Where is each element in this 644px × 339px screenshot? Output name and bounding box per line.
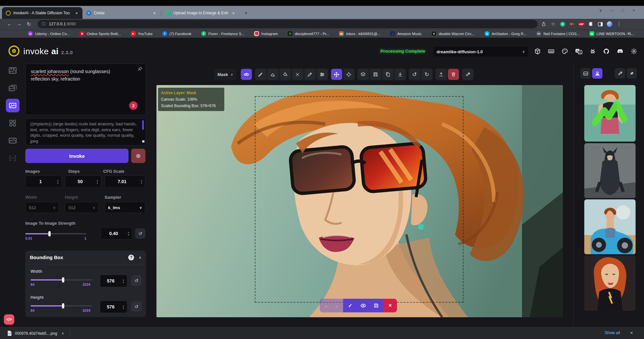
window-chevron-icon[interactable]: ∨: [599, 8, 602, 13]
bookmark-neil-fontaine[interactable]: coNeil Fontaine | CGS...: [536, 31, 580, 36]
upload-image-button[interactable]: [436, 69, 447, 80]
model-select[interactable]: dreamlike-diffusion-1.0 ∨: [433, 47, 528, 56]
clear-mask-button[interactable]: [292, 69, 303, 80]
gallery-user-tab-button[interactable]: [592, 68, 602, 79]
bookmark-amazon-music[interactable]: ♪Amazon Music: [390, 31, 422, 36]
discord-icon[interactable]: [617, 48, 624, 56]
profile-avatar[interactable]: [606, 21, 613, 27]
tab-text-to-image[interactable]: [6, 64, 19, 77]
extension-adblock-icon[interactable]: ABP: [578, 21, 585, 27]
site-info-icon[interactable]: ⓘ: [42, 21, 46, 27]
save-to-gallery-button[interactable]: [370, 69, 381, 80]
bbox-height-slider[interactable]: [31, 305, 92, 307]
img2img-strength-input[interactable]: 0.40 ▲▼: [101, 227, 132, 240]
merge-visible-button[interactable]: [358, 69, 369, 80]
browser-tab-invokeai[interactable]: InvokeAI - A Stable Diffusion Too ×: [2, 7, 82, 19]
gallery-thumbnail-dark-fantasy[interactable]: [584, 143, 636, 198]
cfg-scale-input[interactable]: 7.01 ▲▼: [105, 175, 145, 188]
help-icon[interactable]: ?: [128, 255, 134, 260]
side-panel-icon[interactable]: [597, 21, 603, 27]
slider-thumb[interactable]: [48, 231, 51, 236]
negative-prompt-scrollbar[interactable]: [142, 120, 144, 130]
settings-gear-icon[interactable]: [631, 48, 637, 56]
tab-close-icon[interactable]: ×: [152, 10, 157, 16]
tab-nodes[interactable]: [6, 116, 19, 130]
undo-button[interactable]: ↺: [409, 69, 420, 80]
tab-image-to-image[interactable]: [6, 81, 19, 95]
bbox-width-reset-button[interactable]: ↺: [131, 275, 142, 286]
theme-palette-icon[interactable]: [562, 48, 568, 56]
window-minimize-button[interactable]: –: [611, 8, 613, 13]
github-icon[interactable]: [603, 48, 610, 56]
tab-post-processing[interactable]: [6, 134, 19, 147]
bookmark-wacom[interactable]: Vdisable Wacom Circ...: [431, 31, 475, 36]
canvas-settings-wrench-button[interactable]: [462, 69, 473, 80]
language-translate-icon[interactable]: A文: [575, 48, 582, 56]
gallery-images-tab-button[interactable]: [580, 68, 591, 79]
extension-colorzilla-icon[interactable]: C: [559, 21, 566, 27]
extension-mute-icon[interactable]: [569, 21, 575, 27]
console-toggle-button[interactable]: </>: [4, 314, 14, 325]
stepper-icons[interactable]: ▲▼: [139, 179, 145, 184]
color-picker-tool-button[interactable]: [304, 69, 316, 80]
negative-prompt-resize-handle[interactable]: [142, 140, 144, 143]
stepper-icons[interactable]: ▲▼: [121, 279, 127, 283]
move-tool-button[interactable]: [331, 69, 342, 80]
stepper-icons[interactable]: ▲▼: [121, 305, 127, 309]
stepper-icons[interactable]: ▲▼: [95, 179, 101, 184]
report-bug-icon[interactable]: [589, 48, 596, 56]
show-all-downloads-link[interactable]: Show all: [605, 331, 620, 335]
bookmark-artstation[interactable]: AArtStation - Greg R...: [485, 31, 526, 36]
steps-input[interactable]: 50 ▲▼: [65, 175, 101, 188]
bbox-width-input[interactable]: 576 ▲▼: [100, 275, 127, 287]
layer-select[interactable]: Mask ∨: [214, 69, 236, 80]
show-hide-image-button[interactable]: [357, 300, 369, 311]
collapse-chevron-icon[interactable]: ∧: [139, 255, 142, 260]
model-manager-icon[interactable]: [534, 48, 541, 56]
reset-view-button[interactable]: [343, 69, 354, 80]
slider-thumb[interactable]: [62, 277, 64, 282]
bookmark-discipleneil[interactable]: ϟdiscipleneil777 - Pr...: [288, 31, 329, 36]
browser-menu-icon[interactable]: ⋮: [616, 21, 622, 27]
accept-image-button[interactable]: ✓: [344, 300, 356, 311]
bounding-box-header[interactable]: Bounding Box ? ∧: [25, 251, 146, 264]
gallery-settings-wrench-button[interactable]: [615, 68, 625, 79]
brush-tool-button[interactable]: [255, 69, 266, 80]
fill-bounding-box-button[interactable]: [280, 69, 291, 80]
download-item[interactable]: 000979.40d74eb5....png ∧: [0, 331, 70, 336]
download-image-button[interactable]: [395, 69, 406, 80]
img2img-strength-slider[interactable]: [25, 233, 86, 234]
reload-button[interactable]: ↻: [24, 21, 34, 27]
redo-button[interactable]: ↻: [421, 69, 432, 80]
bookmark-fiverr[interactable]: fFiverr - Freelance S...: [201, 31, 244, 36]
window-maximize-button[interactable]: □: [622, 8, 624, 13]
stepper-icons[interactable]: ▲▼: [126, 231, 132, 236]
forward-button[interactable]: →: [14, 21, 24, 27]
invoke-button[interactable]: Invoke: [25, 149, 129, 163]
browser-tab-civitai[interactable]: C Civitai ×: [82, 7, 160, 19]
tab-training[interactable]: [6, 151, 19, 165]
bookmark-udemy[interactable]: UUdemy - Online Co...: [28, 31, 70, 36]
cancel-button[interactable]: ⊗: [131, 149, 145, 163]
bookmark-facebook[interactable]: f(7) Facebook: [162, 31, 192, 36]
tab-unified-canvas[interactable]: [6, 99, 19, 112]
save-staged-image-button[interactable]: [370, 300, 382, 311]
bookmark-inbox[interactable]: MInbox - klk56831@...: [339, 31, 380, 36]
browser-tab-upload-image[interactable]: Upload Image to Enlarge & Enha ×: [162, 7, 239, 19]
bbox-height-input[interactable]: 576 ▲▼: [100, 301, 127, 313]
downloads-close-icon[interactable]: ×: [630, 330, 633, 335]
bbox-height-reset-button[interactable]: ↺: [131, 301, 142, 312]
copy-to-clipboard-button[interactable]: [382, 69, 393, 80]
new-tab-button[interactable]: +: [242, 9, 250, 17]
stepper-icons[interactable]: ▲▼: [56, 179, 61, 184]
bookmark-youtube[interactable]: ▶YouTube: [131, 31, 153, 36]
tab-close-icon[interactable]: ×: [74, 10, 79, 16]
previous-image-button[interactable]: ←: [324, 303, 329, 308]
bookmarks-overflow-icon[interactable]: »: [627, 31, 630, 36]
extensions-puzzle-icon[interactable]: [588, 21, 594, 27]
gallery-thumbnail-redhead-portrait[interactable]: [584, 256, 636, 311]
sampler-select[interactable]: k_lms ∨: [105, 202, 145, 213]
bookmark-star-icon[interactable]: ☆: [550, 21, 556, 27]
download-menu-chevron-icon[interactable]: ∧: [61, 331, 64, 335]
prompt-input[interactable]: scarlett johansson (round sunglasses) re…: [25, 64, 146, 115]
